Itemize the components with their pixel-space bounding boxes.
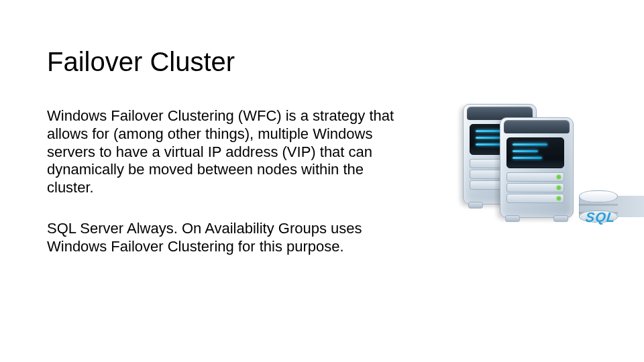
sql-label: SQL [585,210,616,225]
paragraph-2: SQL Server Always. On Availability Group… [47,220,396,256]
slide: Failover Cluster Windows Failover Cluste… [0,0,644,362]
paragraph-1: Windows Failover Clustering (WFC) is a s… [47,107,396,197]
server-front-icon [500,117,574,218]
body-text-block: Windows Failover Clustering (WFC) is a s… [47,107,396,279]
server-cluster-illustration: SQL [443,104,614,221]
slide-title: Failover Cluster [47,47,235,77]
